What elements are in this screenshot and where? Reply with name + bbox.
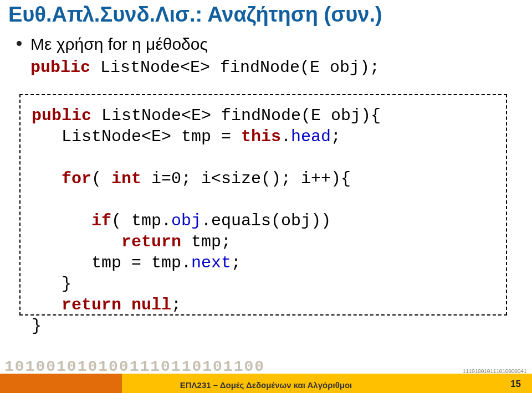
code-l6b: ; [231,254,241,272]
kw-public: public [32,106,91,125]
code-l5a [32,232,121,251]
bullet-signature: ListNode<E> findNode(E obj); [90,58,380,77]
code-box: public ListNode<E> findNode(E obj){ List… [19,94,507,316]
code-l9: } [32,317,42,335]
footer-binary-decoration: 1010010101001110110101100 [0,358,532,374]
slide: Ευθ.Απλ.Συνδ.Λισ.: Αναζήτηση (συν.) Με χ… [0,0,532,393]
kw-return1: return [121,232,181,251]
kw-for: for [62,169,91,188]
kw-null: null [131,296,171,314]
bullet-text: Με χρήση for η μέθοδος public ListNode<E… [30,33,380,79]
bullet-dot-icon [17,41,22,46]
footer-text: ΕΠΛ231 – Δομές Δεδομένων και Αλγόριθμοι [0,380,532,390]
code-l2b: . [281,127,291,146]
bullet-intro: Με χρήση for η μέθοδος [30,35,208,53]
code-l2a: ListNode<E> tmp = [32,127,241,146]
attr-next: next [191,254,231,272]
attr-head: head [291,127,331,146]
code-l4a [32,211,91,230]
kw-if: if [91,211,111,230]
slide-title: Ευθ.Απλ.Συνδ.Λισ.: Αναζήτηση (συν.) [8,3,382,27]
page-number: 15 [510,379,521,390]
code-l8a [32,296,62,314]
code-l4c: .equals(obj)) [201,211,331,230]
code-l3a [32,169,62,188]
code-l2c: ; [331,127,341,146]
code-l4b: ( tmp. [111,211,171,230]
footer: 1010010101001110110101100 11101001011101… [0,363,532,393]
code-l8b [121,296,131,314]
kw-int: int [111,169,141,188]
keyword-public: public [30,58,90,77]
bullet-row: Με χρήση for η μέθοδος public ListNode<E… [17,33,380,79]
code-l6a: tmp = tmp. [32,254,191,272]
code-l7: } [32,275,71,293]
code-l5b: tmp; [181,232,231,251]
code-l3c: i=0; i<size(); i++){ [141,169,351,188]
code-l8c: ; [171,296,181,314]
kw-return2: return [62,296,121,314]
code-l3b: ( [91,169,111,188]
kw-this: this [241,127,281,146]
code-sig: ListNode<E> findNode(E obj){ [91,106,381,125]
attr-obj: obj [171,211,201,230]
binary-big: 1010010101001110110101100 [0,358,265,374]
